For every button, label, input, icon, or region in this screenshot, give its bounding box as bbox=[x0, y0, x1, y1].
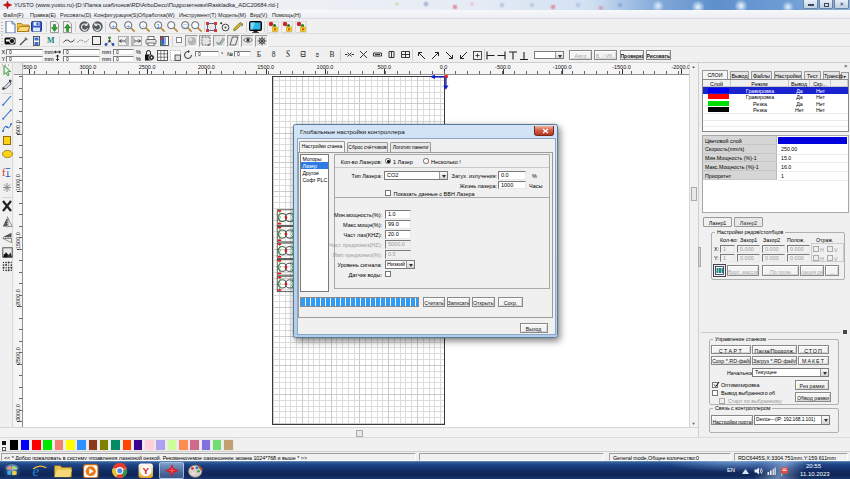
svg-text:-: - bbox=[142, 23, 144, 29]
svg-text:□: □ bbox=[183, 23, 187, 29]
svg-text:Y: Y bbox=[142, 465, 149, 476]
svg-text:e: e bbox=[33, 463, 40, 479]
svg-text:+: + bbox=[111, 23, 115, 29]
svg-text:f: f bbox=[2, 167, 6, 178]
svg-text:+: + bbox=[126, 23, 130, 29]
